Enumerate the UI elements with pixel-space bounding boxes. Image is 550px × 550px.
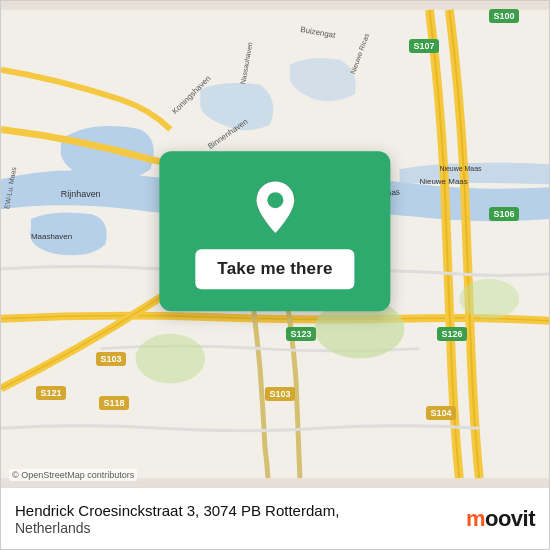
address-block: Hendrick Croesinckstraat 3, 3074 PB Rott… xyxy=(15,502,339,536)
svg-point-15 xyxy=(267,192,283,208)
moovit-m: m xyxy=(466,506,485,531)
map-area: Rijnhaven Maashaven de Maas Nieuwe Maas … xyxy=(1,1,549,487)
location-pin-icon xyxy=(251,179,299,235)
map-card: Take me there xyxy=(159,151,390,311)
shield-s103b: S103 xyxy=(265,387,295,401)
osm-credit: © OpenStreetMap contributors xyxy=(9,469,137,481)
shield-s104: S104 xyxy=(426,406,456,420)
svg-text:Rijnhaven: Rijnhaven xyxy=(61,189,101,199)
address-line1: Hendrick Croesinckstraat 3, 3074 PB Rott… xyxy=(15,502,339,519)
moovit-text: moovit xyxy=(466,506,535,532)
svg-text:Nieuwe Maas: Nieuwe Maas xyxy=(419,177,467,186)
info-bar: Hendrick Croesinckstraat 3, 3074 PB Rott… xyxy=(1,487,549,549)
shield-s100: S100 xyxy=(489,9,519,23)
svg-point-3 xyxy=(459,279,519,319)
svg-point-2 xyxy=(136,334,206,384)
take-me-there-button[interactable]: Take me there xyxy=(195,249,354,289)
app-container: Rijnhaven Maashaven de Maas Nieuwe Maas … xyxy=(0,0,550,550)
shield-s123: S123 xyxy=(286,327,316,341)
svg-text:Nieuwe Maas: Nieuwe Maas xyxy=(439,165,482,172)
moovit-logo: moovit xyxy=(466,506,535,532)
address-line2: Netherlands xyxy=(15,520,339,536)
shield-s106: S106 xyxy=(489,207,519,221)
shield-s121: S121 xyxy=(36,386,66,400)
shield-s118: S118 xyxy=(99,396,129,410)
shield-s107: S107 xyxy=(409,39,439,53)
svg-text:Maashaven: Maashaven xyxy=(31,232,72,241)
shield-s126: S126 xyxy=(437,327,467,341)
shield-s103a: S103 xyxy=(96,352,126,366)
